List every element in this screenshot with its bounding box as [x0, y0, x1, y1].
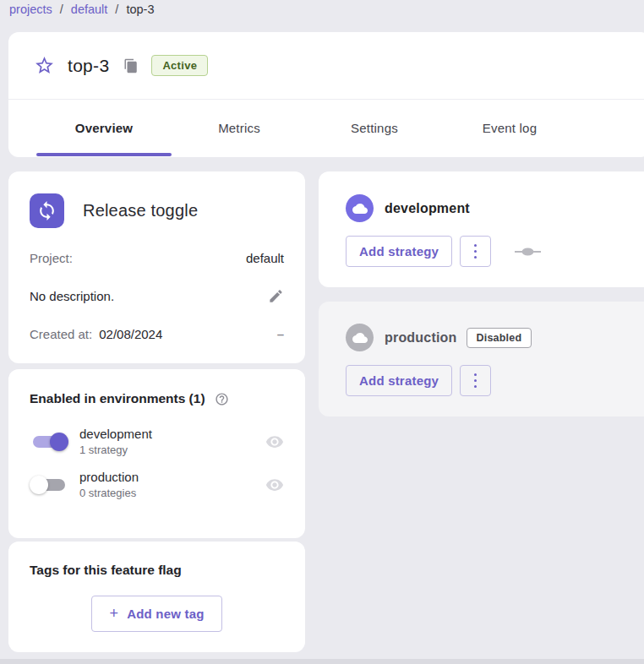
toggle-knob	[30, 476, 48, 494]
env-strategy-count: 0 strategies	[79, 487, 139, 499]
star-icon	[34, 55, 55, 76]
breadcrumb: projects / default / top-3	[9, 3, 154, 16]
favorite-button[interactable]	[33, 55, 55, 77]
development-toggle[interactable]	[30, 432, 68, 452]
cloud-icon	[346, 324, 374, 351]
toggle-knob	[50, 433, 68, 451]
environment-name: production	[385, 330, 457, 346]
env-row-production: production 0 strategies	[30, 470, 284, 499]
breadcrumb-separator: /	[115, 3, 118, 16]
kebab-dot	[474, 250, 478, 253]
description-row: No description.	[30, 288, 284, 304]
created-value: 02/08/2024	[99, 327, 162, 341]
kebab-dot	[474, 244, 478, 248]
created-row: Created at: 02/08/2024 –	[30, 327, 284, 341]
kebab-dot	[474, 379, 478, 383]
tab-label: Event log	[483, 121, 537, 135]
description-text: No description.	[30, 289, 114, 303]
production-visibility-button[interactable]	[265, 476, 284, 494]
flag-type-header: Release toggle	[30, 193, 284, 228]
cloud-icon	[346, 194, 374, 222]
help-icon	[215, 392, 229, 406]
breadcrumb-separator: /	[60, 3, 63, 16]
tags-card-title: Tags for this feature flag	[30, 563, 284, 578]
tab-bar: Overview Metrics Settings Event log	[8, 100, 644, 156]
environments-help-button[interactable]	[215, 392, 229, 406]
environment-menu-button[interactable]	[460, 236, 491, 267]
tab-label: Overview	[75, 121, 133, 135]
environment-menu-button[interactable]	[460, 365, 491, 396]
kebab-dot	[474, 256, 478, 259]
environments-card: Enabled in environments (1) development …	[8, 369, 305, 538]
tab-overview[interactable]: Overview	[36, 100, 172, 156]
production-toggle[interactable]	[30, 475, 68, 495]
strategy-indicator-icon	[515, 248, 541, 256]
development-panel-header: development	[346, 194, 630, 222]
env-labels: production 0 strategies	[79, 470, 139, 499]
tab-label: Settings	[351, 121, 398, 135]
plus-icon: +	[109, 605, 118, 623]
tags-card: Tags for this feature flag + Add new tag	[8, 542, 305, 652]
tab-settings[interactable]: Settings	[307, 100, 442, 156]
release-toggle-icon	[30, 193, 64, 228]
tab-metrics[interactable]: Metrics	[172, 100, 307, 156]
env-row-development: development 1 strategy	[30, 427, 284, 456]
project-label: Project:	[30, 251, 73, 265]
status-badge: Active	[151, 55, 208, 76]
environments-card-header: Enabled in environments (1)	[30, 391, 284, 406]
page-title: top-3	[68, 56, 109, 76]
add-new-tag-label: Add new tag	[127, 607, 204, 621]
flag-type-title: Release toggle	[83, 201, 198, 220]
active-tab-indicator	[36, 153, 172, 156]
kebab-dot	[474, 373, 478, 377]
breadcrumb-link-projects[interactable]: projects	[9, 3, 52, 16]
production-environment-panel: production Disabled Add strategy	[319, 302, 644, 416]
add-strategy-label: Add strategy	[359, 373, 439, 388]
production-panel-header: production Disabled	[346, 324, 630, 351]
eye-icon	[265, 433, 284, 451]
add-strategy-label: Add strategy	[359, 244, 439, 259]
breadcrumb-current: top-3	[126, 3, 154, 16]
environments-card-title: Enabled in environments (1)	[30, 391, 205, 406]
empty-value-dash: –	[277, 327, 284, 341]
add-strategy-button[interactable]: Add strategy	[346, 236, 452, 267]
add-new-tag-button[interactable]: + Add new tag	[91, 596, 221, 632]
copy-icon	[123, 58, 139, 73]
eye-icon	[265, 476, 284, 494]
environment-name: development	[385, 201, 470, 216]
pencil-icon	[268, 288, 284, 304]
created-label: Created at:	[30, 327, 92, 341]
env-name: production	[79, 470, 139, 484]
development-environment-panel: development Add strategy	[319, 171, 644, 287]
flag-type-card: Release toggle Project: default No descr…	[8, 171, 305, 363]
breadcrumb-link-default[interactable]: default	[71, 3, 108, 16]
add-strategy-button[interactable]: Add strategy	[346, 365, 452, 396]
env-labels: development 1 strategy	[79, 427, 152, 456]
kebab-dot	[474, 385, 478, 389]
development-visibility-button[interactable]	[265, 433, 284, 451]
development-panel-actions: Add strategy	[346, 236, 630, 267]
edit-description-button[interactable]	[268, 288, 284, 304]
env-name: development	[79, 427, 152, 441]
project-row: Project: default	[30, 251, 284, 265]
tab-event-log[interactable]: Event log	[442, 100, 577, 156]
env-strategy-count: 1 strategy	[79, 444, 152, 456]
page-bottom-edge	[0, 659, 644, 664]
copy-name-button[interactable]	[123, 58, 139, 73]
project-value: default	[246, 251, 284, 265]
production-panel-actions: Add strategy	[346, 365, 630, 396]
disabled-badge: Disabled	[467, 328, 532, 348]
flag-header-card: top-3 Active Overview Metrics Settings E…	[8, 32, 644, 157]
flag-header-row: top-3 Active	[8, 32, 644, 100]
tab-label: Metrics	[218, 121, 260, 135]
